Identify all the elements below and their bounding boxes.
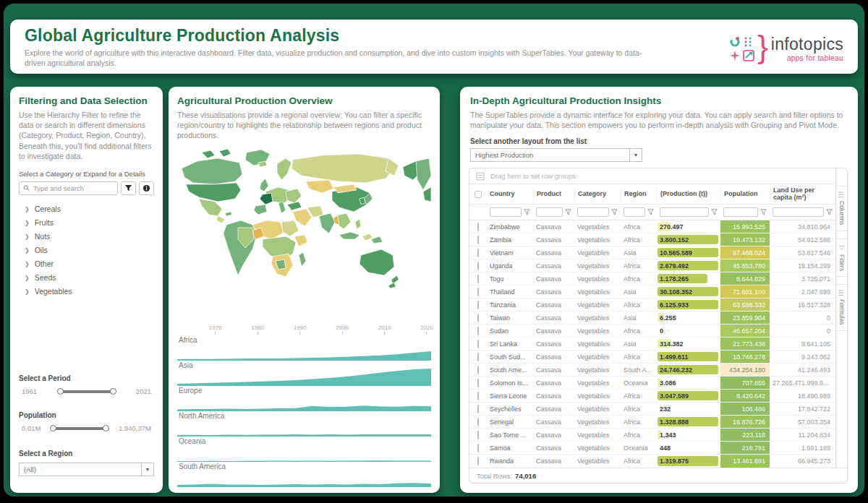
column-header-2[interactable]: Category: [574, 188, 621, 201]
tree-item-cereals[interactable]: ❯Cereals: [19, 202, 154, 216]
map-country-shape[interactable]: [202, 150, 215, 158]
map-country-shape[interactable]: [277, 158, 292, 180]
filter-input[interactable]: [490, 207, 522, 217]
tree-item-oils[interactable]: ❯Oils: [19, 244, 154, 257]
column-header-6[interactable]: Land Use per capita (m²): [770, 188, 835, 201]
tree-item-seeds[interactable]: ❯Seeds: [19, 271, 154, 285]
population-slider-left-handle[interactable]: [50, 425, 56, 431]
map-country-shape[interactable]: [416, 158, 431, 190]
map-country-shape[interactable]: [260, 193, 273, 205]
column-header-5[interactable]: Population: [720, 188, 770, 201]
region-area-charts[interactable]: AfricaAsiaEuropeNorth AmericaOceaniaSout…: [177, 336, 431, 488]
map-country-shape[interactable]: [388, 283, 396, 288]
map-country-shape[interactable]: [423, 187, 431, 202]
row-checkbox[interactable]: [477, 457, 479, 465]
column-header-1[interactable]: Product: [533, 188, 574, 201]
map-country-shape[interactable]: [182, 158, 242, 184]
population-slider[interactable]: [50, 425, 109, 432]
map-country-shape[interactable]: [355, 219, 361, 229]
map-country-shape[interactable]: [278, 202, 286, 213]
map-country-shape[interactable]: [286, 189, 302, 203]
period-slider-left-handle[interactable]: [57, 388, 64, 395]
filter-funnel-icon[interactable]: [711, 209, 718, 215]
filter-funnel-icon[interactable]: [565, 209, 571, 215]
side-tab-formulas[interactable]: |||Formulas: [836, 284, 847, 331]
row-checkbox[interactable]: [477, 301, 479, 309]
column-header-3[interactable]: Region: [621, 188, 657, 201]
period-slider-right-handle[interactable]: [110, 388, 116, 395]
tree-item-nuts[interactable]: ❯Nuts: [19, 230, 154, 244]
filter-input[interactable]: [660, 207, 709, 217]
filter-input[interactable]: [536, 207, 563, 217]
filter-funnel-icon[interactable]: [760, 209, 767, 215]
row-checkbox[interactable]: [477, 275, 479, 283]
map-country-shape[interactable]: [339, 232, 359, 239]
map-country-shape[interactable]: [287, 202, 302, 210]
row-checkbox[interactable]: [477, 366, 479, 374]
period-slider[interactable]: [57, 388, 116, 395]
row-groups-dropzone[interactable]: Drag here to set row groups: [469, 168, 835, 184]
row-checkbox[interactable]: [477, 236, 479, 244]
map-country-shape[interactable]: [391, 275, 399, 284]
map-country-shape[interactable]: [186, 183, 241, 202]
row-checkbox[interactable]: [477, 262, 479, 270]
search-input[interactable]: [33, 184, 114, 192]
map-country-shape[interactable]: [292, 154, 394, 183]
filter-funnel-icon[interactable]: [524, 209, 530, 215]
filter-input[interactable]: [624, 207, 645, 217]
map-country-shape[interactable]: [260, 179, 268, 192]
reset-filter-button[interactable]: [121, 181, 136, 195]
filter-input[interactable]: [723, 207, 758, 217]
row-checkbox[interactable]: [477, 418, 479, 426]
filter-funnel-icon[interactable]: [647, 209, 654, 215]
filter-funnel-icon[interactable]: [826, 209, 833, 215]
row-checkbox[interactable]: [477, 249, 479, 257]
map-country-shape[interactable]: [254, 205, 267, 215]
row-checkbox[interactable]: [477, 288, 479, 296]
area-chart-south-america[interactable]: South America: [177, 463, 431, 488]
column-header-4[interactable]: (Production (t)): [657, 188, 720, 201]
row-checkbox[interactable]: [477, 392, 479, 400]
row-checkbox[interactable]: [477, 353, 479, 361]
category-search-box[interactable]: [19, 181, 118, 195]
area-chart-oceania[interactable]: Oceania: [177, 437, 431, 463]
row-checkbox[interactable]: [477, 340, 479, 348]
area-chart-asia[interactable]: Asia: [177, 361, 431, 387]
row-checkbox[interactable]: [477, 314, 479, 322]
area-chart-north-america[interactable]: North America: [177, 412, 431, 437]
row-checkbox[interactable]: [477, 223, 479, 231]
map-country-shape[interactable]: [299, 252, 306, 267]
map-country-shape[interactable]: [371, 236, 383, 244]
region-dropdown[interactable]: (All) ▼: [19, 463, 154, 476]
map-country-shape[interactable]: [319, 213, 335, 233]
tree-item-fruits[interactable]: ❯Fruits: [19, 216, 154, 230]
area-chart-europe[interactable]: Europe: [177, 387, 431, 412]
map-country-shape[interactable]: [281, 220, 299, 236]
side-tab-columns[interactable]: |||Columns: [836, 186, 847, 231]
area-chart-africa[interactable]: Africa: [177, 336, 431, 361]
column-header-0[interactable]: Country: [487, 188, 533, 201]
side-tab-filters[interactable]: ▽Filters: [836, 238, 847, 277]
row-checkbox[interactable]: [477, 379, 479, 387]
filter-input[interactable]: [773, 207, 824, 217]
select-all-checkbox[interactable]: [475, 191, 482, 198]
map-country-shape[interactable]: [359, 249, 394, 275]
map-country-shape[interactable]: [216, 216, 225, 223]
tree-item-vegetables[interactable]: ❯Vegetables: [19, 285, 154, 298]
row-checkbox[interactable]: [477, 405, 479, 413]
info-button[interactable]: [139, 181, 154, 195]
filter-funnel-icon[interactable]: [611, 209, 618, 215]
layout-dropdown[interactable]: Highest Production ▼: [470, 148, 642, 162]
map-country-shape[interactable]: [306, 180, 333, 193]
filter-input[interactable]: [577, 207, 609, 217]
population-slider-right-handle[interactable]: [103, 425, 109, 431]
map-country-shape[interactable]: [225, 212, 232, 216]
row-checkbox[interactable]: [477, 327, 479, 335]
map-country-shape[interactable]: [294, 235, 307, 246]
row-checkbox[interactable]: [477, 431, 479, 439]
tree-item-other[interactable]: ❯Other: [19, 257, 154, 271]
map-country-shape[interactable]: [362, 233, 373, 241]
row-checkbox[interactable]: [477, 444, 479, 452]
map-country-shape[interactable]: [219, 149, 231, 157]
world-choropleth-map[interactable]: [177, 147, 431, 317]
